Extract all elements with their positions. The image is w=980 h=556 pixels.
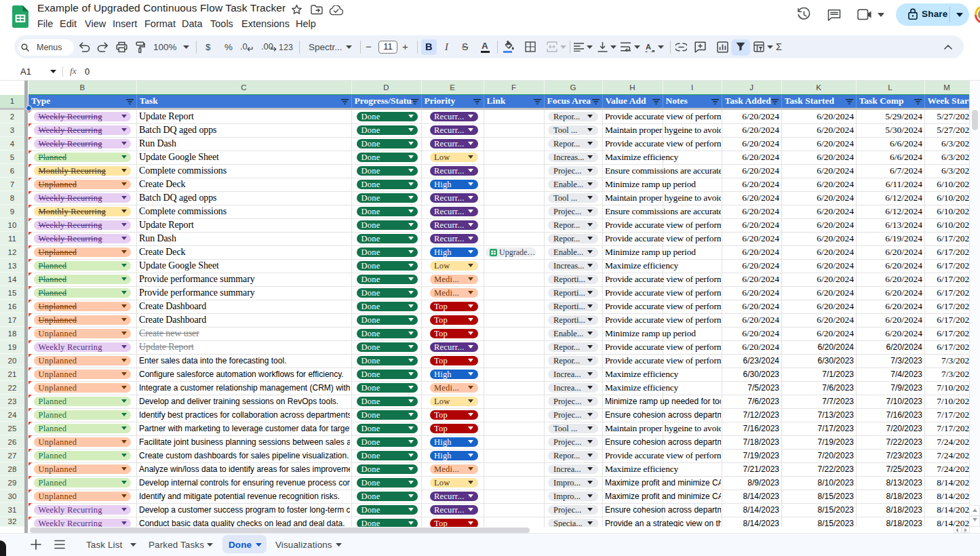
svg-text:A: A bbox=[646, 43, 651, 51]
